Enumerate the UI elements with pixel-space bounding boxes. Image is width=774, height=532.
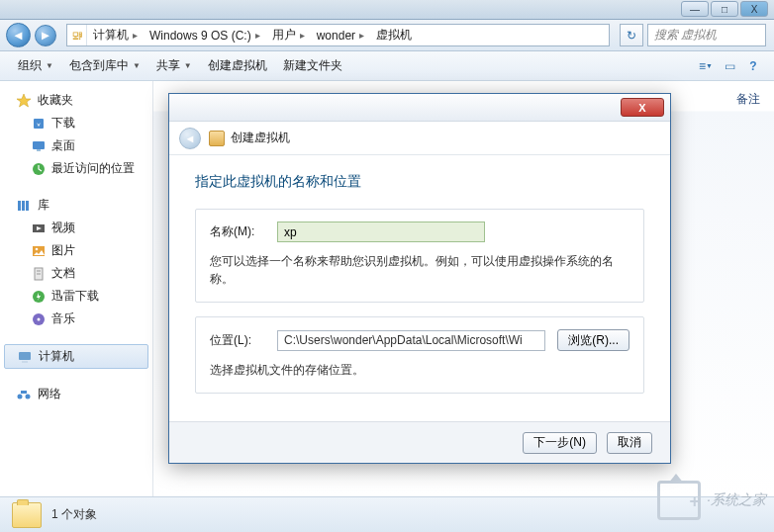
minimize-button[interactable]: — — [681, 1, 709, 17]
svg-rect-22 — [21, 391, 27, 394]
navigation-pane: 收藏夹 下载 桌面 最近访问的位置 库 视频 图片 文档 迅雷下载 音乐 计算机… — [0, 81, 153, 496]
preview-pane-button[interactable]: ▭ — [719, 56, 740, 76]
create-vm-button[interactable]: 创建虚拟机 — [200, 57, 275, 74]
svg-rect-19 — [22, 361, 28, 363]
location-fieldset: 位置(L): C:\Users\wonder\AppData\Local\Mic… — [195, 316, 644, 394]
svg-rect-18 — [19, 352, 31, 360]
window-titlebar: — □ X — [0, 0, 774, 20]
location-note: 选择虚拟机文件的存储位置。 — [210, 361, 629, 379]
svg-rect-5 — [18, 201, 21, 211]
dialog-close-button[interactable]: X — [621, 98, 664, 117]
name-fieldset: 名称(M): xp 您可以选择一个名称来帮助您识别虚拟机。例如，可以使用虚拟操作… — [195, 209, 644, 303]
svg-point-21 — [26, 394, 31, 399]
back-button[interactable]: ◄ — [6, 23, 31, 47]
sidebar-desktop[interactable]: 桌面 — [0, 134, 152, 157]
breadcrumb-segment[interactable]: 虚拟机 — [370, 27, 418, 44]
svg-point-17 — [38, 317, 41, 320]
cancel-button[interactable]: 取消 — [607, 432, 652, 454]
libraries-header[interactable]: 库 — [0, 194, 152, 217]
close-button[interactable]: X — [740, 1, 768, 17]
breadcrumb-segment[interactable]: Windows 9 OS (C:)▸ — [144, 29, 266, 43]
maximize-button[interactable]: □ — [711, 1, 738, 17]
name-note: 您可以选择一个名称来帮助您识别虚拟机。例如，可以使用虚拟操作系统的名称。 — [210, 252, 629, 288]
dialog-back-button[interactable]: ◄ — [179, 128, 201, 149]
refresh-button[interactable]: ↻ — [620, 24, 643, 46]
sidebar-xunlei[interactable]: 迅雷下载 — [0, 285, 152, 308]
sidebar-music[interactable]: 音乐 — [0, 308, 152, 330]
dialog-caption: 创建虚拟机 — [209, 130, 290, 146]
vm-icon — [209, 131, 225, 146]
help-button[interactable]: ? — [742, 56, 764, 76]
svg-rect-1 — [34, 119, 44, 129]
new-folder-button[interactable]: 新建文件夹 — [275, 57, 350, 74]
explorer-toolbar: 组织▼ 包含到库中▼ 共享▼ 创建虚拟机 新建文件夹 ≡▼ ▭ ? — [0, 51, 774, 81]
location-input[interactable]: C:\Users\wonder\AppData\Local\Microsoft\… — [277, 330, 545, 351]
dialog-heading: 指定此虚拟机的名称和位置 — [195, 173, 644, 191]
organize-menu[interactable]: 组织▼ — [10, 57, 61, 74]
sidebar-recent[interactable]: 最近访问的位置 — [0, 157, 152, 180]
view-menu[interactable]: ≡▼ — [695, 56, 717, 76]
create-vm-dialog: X ◄ 创建虚拟机 指定此虚拟机的名称和位置 名称(M): xp 您可以选择一个… — [168, 93, 671, 464]
watermark: ·系统之家 — [657, 481, 766, 520]
column-header-notes[interactable]: 备注 — [736, 91, 760, 108]
sidebar-documents[interactable]: 文档 — [0, 262, 152, 285]
svg-rect-2 — [33, 141, 45, 149]
breadcrumb-segment[interactable]: wonder▸ — [311, 29, 370, 43]
svg-rect-3 — [37, 149, 41, 151]
computer-icon: 🖳 — [67, 25, 87, 45]
sidebar-downloads[interactable]: 下载 — [0, 112, 152, 134]
favorites-header[interactable]: 收藏夹 — [0, 89, 152, 112]
sidebar-videos[interactable]: 视频 — [0, 217, 152, 239]
folder-icon — [12, 502, 42, 528]
include-in-library-menu[interactable]: 包含到库中▼ — [61, 57, 148, 74]
name-label: 名称(M): — [210, 223, 265, 240]
share-menu[interactable]: 共享▼ — [148, 57, 200, 74]
dialog-titlebar[interactable]: X — [169, 94, 670, 122]
watermark-logo-icon — [657, 481, 701, 520]
breadcrumb-segment[interactable]: 用户▸ — [266, 27, 311, 44]
navigation-bar: ◄ ► 🖳 计算机▸ Windows 9 OS (C:)▸ 用户▸ wonder… — [0, 20, 774, 51]
status-text: 1 个对象 — [51, 506, 97, 523]
svg-rect-6 — [22, 201, 25, 211]
address-bar[interactable]: 🖳 计算机▸ Windows 9 OS (C:)▸ 用户▸ wonder▸ 虚拟… — [66, 24, 610, 46]
svg-marker-0 — [17, 94, 31, 107]
browse-button[interactable]: 浏览(R)... — [557, 329, 629, 351]
svg-point-20 — [18, 394, 23, 399]
next-button[interactable]: 下一步(N) — [523, 432, 597, 454]
search-input[interactable]: 搜索 虚拟机 — [647, 24, 766, 46]
svg-rect-7 — [26, 201, 29, 211]
sidebar-computer[interactable]: 计算机 — [4, 344, 148, 369]
sidebar-network[interactable]: 网络 — [0, 383, 152, 405]
breadcrumb-segment[interactable]: 计算机▸ — [87, 27, 144, 44]
sidebar-pictures[interactable]: 图片 — [0, 239, 152, 262]
name-input[interactable]: xp — [277, 222, 485, 242]
location-label: 位置(L): — [210, 332, 265, 349]
forward-button[interactable]: ► — [35, 25, 56, 46]
svg-point-11 — [36, 247, 39, 250]
